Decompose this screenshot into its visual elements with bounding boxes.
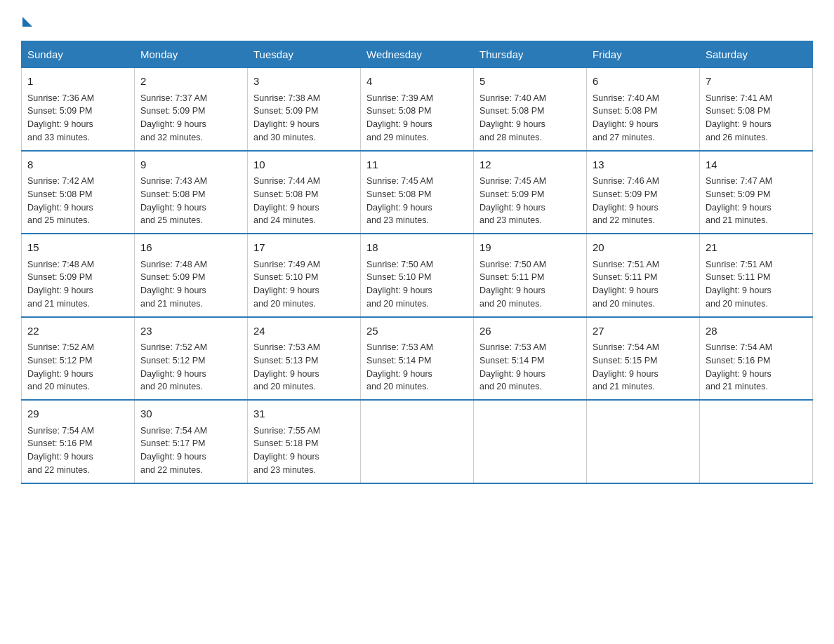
day-number: 28: [706, 323, 807, 340]
day-info: Sunrise: 7:51 AMSunset: 5:11 PMDaylight:…: [706, 260, 772, 309]
day-info: Sunrise: 7:39 AMSunset: 5:08 PMDaylight:…: [366, 93, 433, 142]
day-number: 25: [366, 323, 468, 340]
day-info: Sunrise: 7:52 AMSunset: 5:12 PMDaylight:…: [140, 342, 207, 391]
day-info: Sunrise: 7:54 AMSunset: 5:16 PMDaylight:…: [27, 426, 94, 475]
day-info: Sunrise: 7:40 AMSunset: 5:08 PMDaylight:…: [479, 93, 546, 142]
day-number: 23: [140, 323, 241, 340]
calendar-day-cell: 7Sunrise: 7:41 AMSunset: 5:08 PMDaylight…: [700, 68, 813, 151]
day-number: 24: [253, 323, 355, 340]
day-number: 3: [253, 74, 355, 90]
calendar-day-cell: 18Sunrise: 7:50 AMSunset: 5:10 PMDayligh…: [361, 234, 474, 317]
day-info: Sunrise: 7:55 AMSunset: 5:18 PMDaylight:…: [253, 426, 320, 475]
day-number: 8: [27, 157, 128, 173]
calendar-day-header: Wednesday: [361, 41, 474, 68]
calendar-day-cell: 31Sunrise: 7:55 AMSunset: 5:18 PMDayligh…: [248, 400, 361, 483]
calendar-day-cell: 28Sunrise: 7:54 AMSunset: 5:16 PMDayligh…: [700, 317, 813, 401]
calendar-day-cell: 11Sunrise: 7:45 AMSunset: 5:08 PMDayligh…: [361, 151, 474, 234]
day-number: 4: [366, 74, 468, 90]
day-info: Sunrise: 7:45 AMSunset: 5:09 PMDaylight:…: [479, 176, 546, 225]
calendar-day-header: Tuesday: [248, 41, 361, 68]
calendar-day-cell: 23Sunrise: 7:52 AMSunset: 5:12 PMDayligh…: [135, 317, 248, 401]
day-number: 22: [27, 323, 128, 340]
calendar-day-cell: 19Sunrise: 7:50 AMSunset: 5:11 PMDayligh…: [474, 234, 587, 317]
calendar-day-cell: [700, 400, 813, 483]
calendar-day-cell: 1Sunrise: 7:36 AMSunset: 5:09 PMDaylight…: [22, 68, 135, 151]
calendar-day-cell: 29Sunrise: 7:54 AMSunset: 5:16 PMDayligh…: [22, 400, 135, 483]
calendar-day-header: Friday: [587, 41, 700, 68]
day-info: Sunrise: 7:45 AMSunset: 5:08 PMDaylight:…: [366, 176, 433, 225]
day-number: 9: [140, 157, 241, 173]
calendar-day-cell: 5Sunrise: 7:40 AMSunset: 5:08 PMDaylight…: [474, 68, 587, 151]
day-info: Sunrise: 7:54 AMSunset: 5:16 PMDaylight:…: [706, 342, 772, 391]
day-info: Sunrise: 7:40 AMSunset: 5:08 PMDaylight:…: [593, 93, 659, 142]
day-number: 11: [366, 157, 468, 173]
calendar-day-cell: 2Sunrise: 7:37 AMSunset: 5:09 PMDaylight…: [135, 68, 248, 151]
day-number: 13: [593, 157, 694, 173]
calendar-body: 1Sunrise: 7:36 AMSunset: 5:09 PMDaylight…: [22, 68, 813, 483]
calendar-day-cell: 12Sunrise: 7:45 AMSunset: 5:09 PMDayligh…: [474, 151, 587, 234]
calendar-day-cell: 13Sunrise: 7:46 AMSunset: 5:09 PMDayligh…: [587, 151, 700, 234]
day-info: Sunrise: 7:44 AMSunset: 5:08 PMDaylight:…: [253, 176, 320, 225]
day-info: Sunrise: 7:46 AMSunset: 5:09 PMDaylight:…: [593, 176, 659, 225]
calendar-day-header: Sunday: [22, 41, 135, 68]
day-info: Sunrise: 7:37 AMSunset: 5:09 PMDaylight:…: [140, 93, 207, 142]
day-info: Sunrise: 7:36 AMSunset: 5:09 PMDaylight:…: [27, 93, 94, 142]
day-number: 27: [593, 323, 694, 340]
calendar-week-row: 1Sunrise: 7:36 AMSunset: 5:09 PMDaylight…: [22, 68, 813, 151]
day-number: 14: [706, 157, 807, 173]
day-info: Sunrise: 7:54 AMSunset: 5:17 PMDaylight:…: [140, 426, 207, 475]
day-info: Sunrise: 7:53 AMSunset: 5:14 PMDaylight:…: [479, 342, 546, 391]
calendar-week-row: 15Sunrise: 7:48 AMSunset: 5:09 PMDayligh…: [22, 234, 813, 317]
day-number: 19: [479, 240, 581, 256]
calendar-day-cell: 25Sunrise: 7:53 AMSunset: 5:14 PMDayligh…: [361, 317, 474, 401]
day-info: Sunrise: 7:50 AMSunset: 5:11 PMDaylight:…: [479, 260, 546, 309]
calendar-day-cell: 20Sunrise: 7:51 AMSunset: 5:11 PMDayligh…: [587, 234, 700, 317]
calendar-day-cell: [474, 400, 587, 483]
calendar-table: SundayMondayTuesdayWednesdayThursdayFrid…: [21, 41, 813, 484]
calendar-day-cell: 14Sunrise: 7:47 AMSunset: 5:09 PMDayligh…: [700, 151, 813, 234]
calendar-day-header: Monday: [135, 41, 248, 68]
day-number: 6: [593, 74, 694, 90]
calendar-day-cell: [361, 400, 474, 483]
day-info: Sunrise: 7:41 AMSunset: 5:08 PMDaylight:…: [706, 93, 772, 142]
day-info: Sunrise: 7:48 AMSunset: 5:09 PMDaylight:…: [140, 260, 207, 309]
day-number: 15: [27, 240, 128, 256]
day-number: 2: [140, 74, 241, 90]
calendar-day-cell: 10Sunrise: 7:44 AMSunset: 5:08 PMDayligh…: [248, 151, 361, 234]
calendar-week-row: 22Sunrise: 7:52 AMSunset: 5:12 PMDayligh…: [22, 317, 813, 401]
day-number: 26: [479, 323, 581, 340]
day-info: Sunrise: 7:49 AMSunset: 5:10 PMDaylight:…: [253, 260, 320, 309]
day-number: 20: [593, 240, 694, 256]
day-info: Sunrise: 7:53 AMSunset: 5:14 PMDaylight:…: [366, 342, 433, 391]
day-number: 16: [140, 240, 241, 256]
day-info: Sunrise: 7:52 AMSunset: 5:12 PMDaylight:…: [27, 342, 94, 391]
day-info: Sunrise: 7:51 AMSunset: 5:11 PMDaylight:…: [593, 260, 659, 309]
calendar-week-row: 29Sunrise: 7:54 AMSunset: 5:16 PMDayligh…: [22, 400, 813, 483]
day-number: 10: [253, 157, 355, 173]
day-number: 21: [706, 240, 807, 256]
calendar-day-cell: 8Sunrise: 7:42 AMSunset: 5:08 PMDaylight…: [22, 151, 135, 234]
calendar-day-cell: 9Sunrise: 7:43 AMSunset: 5:08 PMDaylight…: [135, 151, 248, 234]
logo: [21, 14, 32, 27]
day-number: 29: [27, 406, 128, 422]
logo-triangle-icon: [22, 17, 32, 27]
page-header: [21, 14, 813, 27]
day-info: Sunrise: 7:47 AMSunset: 5:09 PMDaylight:…: [706, 176, 772, 225]
calendar-day-cell: 15Sunrise: 7:48 AMSunset: 5:09 PMDayligh…: [22, 234, 135, 317]
calendar-day-cell: 26Sunrise: 7:53 AMSunset: 5:14 PMDayligh…: [474, 317, 587, 401]
day-info: Sunrise: 7:50 AMSunset: 5:10 PMDaylight:…: [366, 260, 433, 309]
calendar-day-cell: 3Sunrise: 7:38 AMSunset: 5:09 PMDaylight…: [248, 68, 361, 151]
calendar-day-cell: [587, 400, 700, 483]
calendar-day-cell: 21Sunrise: 7:51 AMSunset: 5:11 PMDayligh…: [700, 234, 813, 317]
day-info: Sunrise: 7:38 AMSunset: 5:09 PMDaylight:…: [253, 93, 320, 142]
calendar-week-row: 8Sunrise: 7:42 AMSunset: 5:08 PMDaylight…: [22, 151, 813, 234]
day-info: Sunrise: 7:48 AMSunset: 5:09 PMDaylight:…: [27, 260, 94, 309]
calendar-day-cell: 22Sunrise: 7:52 AMSunset: 5:12 PMDayligh…: [22, 317, 135, 401]
day-number: 5: [479, 74, 581, 90]
calendar-header-row: SundayMondayTuesdayWednesdayThursdayFrid…: [22, 41, 813, 68]
calendar-day-cell: 27Sunrise: 7:54 AMSunset: 5:15 PMDayligh…: [587, 317, 700, 401]
calendar-day-cell: 24Sunrise: 7:53 AMSunset: 5:13 PMDayligh…: [248, 317, 361, 401]
calendar-day-cell: 17Sunrise: 7:49 AMSunset: 5:10 PMDayligh…: [248, 234, 361, 317]
day-info: Sunrise: 7:54 AMSunset: 5:15 PMDaylight:…: [593, 342, 659, 391]
calendar-day-cell: 16Sunrise: 7:48 AMSunset: 5:09 PMDayligh…: [135, 234, 248, 317]
